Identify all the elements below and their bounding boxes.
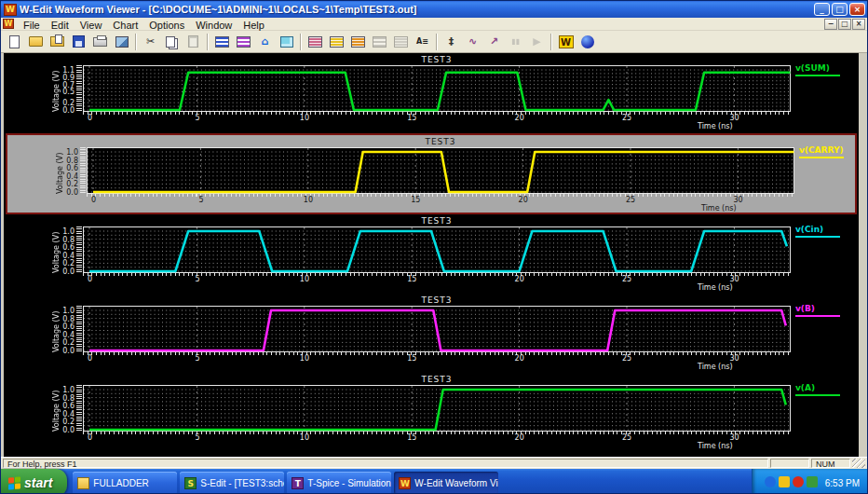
run-icon: ▶	[526, 32, 548, 51]
windows-flag-icon	[8, 476, 20, 489]
open-icon[interactable]	[25, 32, 47, 51]
menu-chart[interactable]: Chart	[107, 20, 143, 31]
stack-charts-icon[interactable]	[211, 32, 233, 51]
new-chart-icon[interactable]	[326, 32, 347, 51]
toolbar-separator	[436, 34, 438, 50]
home-view-icon[interactable]: ⌂	[254, 32, 276, 51]
x-tick-label: 15	[407, 275, 416, 283]
menu-window[interactable]: Window	[190, 20, 237, 31]
x-tick-label: 25	[622, 433, 631, 442]
wedit-window-icon[interactable]: W	[555, 32, 576, 51]
save-icon[interactable]	[68, 32, 89, 51]
x-tick-label: 5	[195, 354, 199, 363]
x-tick-label: 10	[300, 275, 309, 283]
x-axis-minor-ticks	[83, 352, 791, 355]
export-image-icon[interactable]	[111, 32, 132, 51]
legend-label: v(A)	[795, 383, 815, 392]
legend-vcarry[interactable]: v(CARRY)	[799, 145, 844, 158]
chart-title: TEST3	[87, 137, 794, 146]
copy-icon[interactable]	[161, 32, 183, 51]
chart-title: TEST3	[83, 55, 791, 64]
legend-vcin[interactable]: v(Cin)	[795, 225, 840, 238]
x-tick-label: 15	[407, 114, 416, 122]
x-tick-label: 15	[407, 354, 416, 363]
resize-grip[interactable]	[852, 459, 865, 468]
plot-area[interactable]	[83, 306, 791, 352]
security-shield-tray-icon[interactable]	[779, 476, 790, 487]
legend-label: v(B)	[795, 304, 815, 313]
x-tick-label: 10	[300, 433, 309, 442]
legend-va[interactable]: v(A)	[795, 383, 840, 396]
new-icon[interactable]	[4, 32, 25, 51]
open-output-icon[interactable]	[47, 32, 68, 51]
cursor-icon[interactable]: ‡	[441, 32, 462, 51]
x-tick-label: 15	[407, 433, 416, 442]
plot-area[interactable]	[83, 385, 791, 432]
menu-options[interactable]: Options	[143, 20, 190, 31]
legend-label: v(SUM)	[795, 63, 830, 73]
status-bar: For Help, press F1 NUM	[1, 457, 867, 469]
chart-title: TEST3	[83, 216, 791, 226]
x-tick-label: 25	[622, 354, 631, 363]
x-tick-label: 25	[622, 114, 631, 122]
taskbar-button-tspice[interactable]: TT-Spice - Simulation S...	[287, 472, 391, 494]
zoom-window-icon[interactable]	[276, 32, 297, 51]
tspice-icon[interactable]	[576, 32, 598, 51]
minimize-button[interactable]: _	[814, 3, 830, 16]
mdi-close-button[interactable]: ×	[852, 19, 865, 30]
traces-list-icon	[369, 32, 390, 51]
tspice-icon: T	[292, 477, 304, 489]
system-tray: 6:53 PM	[752, 469, 867, 494]
y-tick-label: 0.0	[50, 347, 75, 355]
add-trace-icon[interactable]	[347, 32, 369, 51]
document-icon[interactable]: W	[3, 19, 14, 29]
status-help-text: For Help, press F1	[3, 459, 768, 468]
x-axis-label: Time (ns)	[698, 122, 791, 130]
chart-row-5[interactable]: TEST3Voltage (V)1.00.80.60.40.20.0051015…	[4, 373, 859, 457]
start-label: start	[24, 475, 52, 490]
menu-file[interactable]: File	[18, 20, 46, 31]
x-tick-label: 0	[88, 354, 92, 363]
legend-vsum[interactable]: v(SUM)	[795, 63, 840, 76]
plot-area[interactable]	[83, 226, 791, 273]
print-icon[interactable]	[89, 32, 111, 51]
measure-icon[interactable]: ∿	[462, 32, 483, 51]
cut-icon[interactable]: ✂	[140, 32, 161, 51]
update-tray-icon[interactable]	[765, 476, 776, 487]
mdi-minimize-button[interactable]: −	[824, 19, 837, 30]
chart-row-3[interactable]: TEST3Voltage (V)1.00.80.60.40.20.0051015…	[4, 214, 859, 294]
chart-settings-icon[interactable]	[305, 32, 326, 51]
close-button[interactable]: ×	[849, 3, 865, 16]
x-tick-label: 30	[733, 196, 742, 204]
menu-view[interactable]: View	[75, 20, 108, 31]
x-tick-label: 10	[300, 114, 309, 122]
taskbar-button-wedit[interactable]: WW-Edit Waveform Vie...	[394, 472, 498, 494]
chart-row-2[interactable]: TEST3Voltage (V)1.00.80.60.40.20.0051015…	[6, 133, 857, 214]
chart-row-4[interactable]: TEST3Voltage (V)1.00.80.60.40.20.0051015…	[4, 294, 859, 373]
waveform-area: TEST3Voltage (V)1.10.90.70.50.20.0051015…	[1, 53, 867, 457]
plot-area[interactable]	[83, 65, 791, 112]
menu-help[interactable]: Help	[237, 20, 270, 31]
taskbar-button-sedit[interactable]: SS-Edit - [TEST3:sche...	[180, 472, 284, 494]
plot-area[interactable]	[87, 147, 794, 194]
x-axis-label: Time (ns)	[698, 442, 791, 450]
x-tick-label: 5	[195, 275, 199, 283]
legend-vb[interactable]: v(B)	[795, 304, 840, 317]
chart-row-1[interactable]: TEST3Voltage (V)1.10.90.70.50.20.0051015…	[4, 53, 859, 133]
overlay-charts-icon[interactable]	[233, 32, 254, 51]
start-button[interactable]: start	[1, 469, 67, 494]
taskbar-button-fulladder[interactable]: FULLADDER	[73, 472, 177, 494]
text-label-icon[interactable]: A≡	[412, 32, 433, 51]
antivirus-tray-icon[interactable]	[793, 476, 804, 487]
mdi-restore-button[interactable]: □	[838, 19, 851, 30]
trace-point-icon[interactable]: ↗	[483, 32, 505, 51]
x-tick-label: 5	[198, 196, 203, 204]
x-tick-label: 0	[91, 196, 96, 204]
toolbar: ✂⌂A≡‡∿↗▮▮▶W	[1, 31, 867, 53]
y-tick-label: 0.0	[54, 188, 78, 197]
vm-tray-icon[interactable]	[807, 476, 818, 487]
maximize-button[interactable]: □	[832, 3, 848, 16]
app-icon: W	[4, 4, 17, 16]
legend-label: v(CARRY)	[799, 145, 844, 155]
menu-edit[interactable]: Edit	[46, 20, 75, 31]
